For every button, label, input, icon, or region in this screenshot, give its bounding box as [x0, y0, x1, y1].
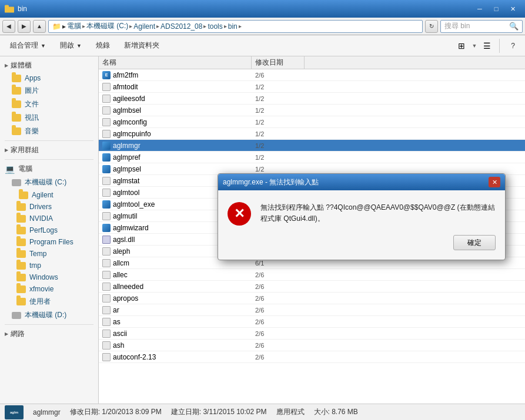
dialog-footer: 確定 [218, 235, 505, 260]
dialog-overlay: aglmmgr.exe - 無法找到輸入點 ✕ ✕ 無法找到程序輸入點 ??4Q… [0, 0, 525, 420]
dialog-error-icon: ✕ [228, 202, 251, 226]
dialog-title-bar: aglmmgr.exe - 無法找到輸入點 ✕ [218, 174, 505, 190]
dialog-message: 無法找到程序輸入點 ??4QIcon@@QAEAAV0@$$QAV0@@Z (在… [260, 202, 496, 224]
main-window: bin ─ □ ✕ ◀ ▶ ▲ 📁 ▸ 電腦 ▸ 本機磁碟 (C:) ▸ Agi… [0, 0, 525, 420]
dialog-close-button[interactable]: ✕ [489, 177, 500, 187]
dialog-body: ✕ 無法找到程序輸入點 ??4QIcon@@QAEAAV0@$$QAV0@@Z … [218, 190, 505, 235]
error-dialog: aglmmgr.exe - 無法找到輸入點 ✕ ✕ 無法找到程序輸入點 ??4Q… [218, 173, 506, 260]
dialog-ok-button[interactable]: 確定 [453, 235, 496, 250]
dialog-title-text: aglmmgr.exe - 無法找到輸入點 [223, 177, 319, 187]
